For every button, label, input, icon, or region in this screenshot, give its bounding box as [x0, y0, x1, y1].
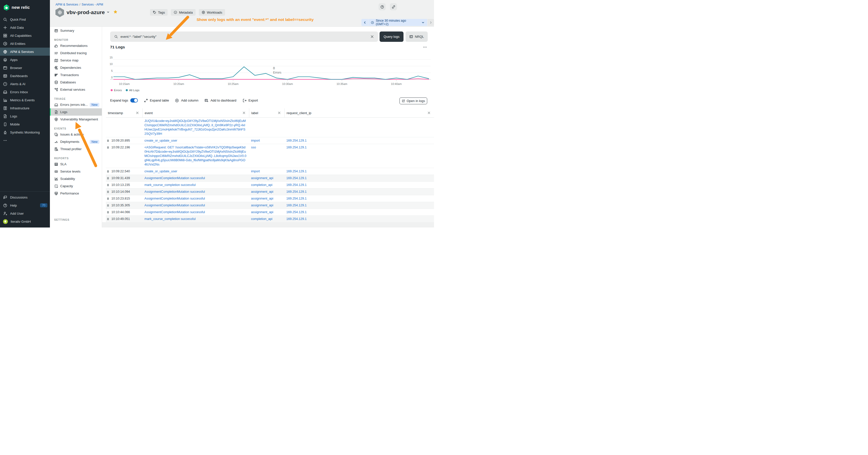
sidebar-item-apps[interactable]: Apps [0, 56, 50, 64]
sidebar-item-metrics-events[interactable]: Metrics & Events [0, 96, 50, 104]
breadcrumb-link-apm-services[interactable]: APM & Services [56, 3, 78, 6]
help-icon-button[interactable] [378, 3, 385, 10]
nav-item-sla[interactable]: SLA [50, 161, 102, 168]
request-client-ip-link[interactable]: 169.254.129.1 [286, 169, 307, 173]
log-row[interactable]: 10:09:22.196<ASGIRequest: GET '/sso/call… [106, 144, 434, 168]
sidebar-item-add-data[interactable]: Add Data [0, 24, 50, 32]
query-input-value[interactable]: event:* -"label":"security" [121, 35, 368, 38]
time-range-selector[interactable]: Since 30 minutes ago (GMT+2) [368, 19, 427, 26]
entity-dropdown-icon[interactable] [106, 10, 110, 14]
legend-item-errors[interactable]: Errors [111, 89, 122, 92]
sidebar-item-all-entities[interactable]: All Entities [0, 39, 50, 47]
log-row[interactable]: 10:09:31.439AssignmentCompletionMutation… [106, 175, 434, 182]
nav-item-deployments[interactable]: DeploymentsNew [50, 138, 102, 145]
sidebar-item-help[interactable]: Help70 [0, 201, 50, 209]
label-link[interactable]: completion_api [251, 217, 273, 221]
label-link[interactable]: import [251, 169, 260, 173]
new-relic-logo[interactable]: new relic [0, 0, 50, 11]
nav-item-thread-profiler[interactable]: Thread profiler [50, 145, 102, 153]
sidebar-item-browser[interactable]: Browser [0, 64, 50, 72]
column-header-event[interactable]: event [143, 108, 249, 118]
nav-item-summary[interactable]: Summary [50, 27, 102, 34]
sidebar-item-errors-inbox[interactable]: Errors Inbox [0, 88, 50, 96]
request-client-ip-link[interactable]: 169.254.129.1 [286, 145, 307, 149]
favorite-star-icon[interactable] [113, 9, 118, 15]
label-link[interactable]: sso [251, 145, 256, 149]
event-link[interactable]: mark_course_completion successful [145, 183, 195, 187]
request-client-ip-link[interactable]: 169.254.129.1 [286, 203, 307, 207]
event-link[interactable]: AssignmentCompletionMutation successful [145, 190, 205, 194]
log-row[interactable]: 10:10:13.235mark_course_completion succe… [106, 182, 434, 189]
event-link[interactable]: AssignmentCompletionMutation successful [145, 210, 205, 214]
add-column-button[interactable]: Add column [175, 98, 198, 102]
sidebar-item-iterativ-gmbh[interactable]: Iterativ GmbH [0, 218, 50, 226]
remove-column-icon[interactable] [243, 111, 246, 115]
nav-item-errors-errors-inb[interactable]: Errors (errors inb...New [50, 101, 102, 108]
expand-table-button[interactable]: Expand table [144, 98, 169, 102]
nav-item-service-levels[interactable]: Service levels [50, 168, 102, 175]
log-row[interactable]: JUQVU&code=eyJraWQiOiJjcGltY29yZV8wOTI1M… [106, 118, 434, 137]
remove-column-icon[interactable] [136, 111, 139, 115]
clear-query-icon[interactable] [370, 35, 374, 38]
logs-query-bar[interactable]: event:* -"label":"security" [110, 32, 378, 42]
event-link[interactable]: create_or_update_user [145, 139, 177, 142]
nav-item-distributed-tracing[interactable]: Distributed tracing [50, 50, 102, 57]
label-link[interactable]: assignment_api [251, 210, 273, 214]
sidebar-item-logs[interactable]: Logs [0, 112, 50, 120]
sidebar-item-add-user[interactable]: Add User [0, 209, 50, 218]
event-link[interactable]: mark_course_completion successful [145, 217, 195, 221]
chart-menu-icon[interactable] [423, 45, 427, 51]
nav-item-scalability[interactable]: Scalability [50, 175, 102, 183]
event-link[interactable]: AssignmentCompletionMutation successful [145, 176, 205, 180]
label-link[interactable]: assignment_api [251, 197, 273, 200]
open-in-logs-button[interactable]: Open in logs [400, 98, 427, 104]
sidebar-item-synthetic-monitoring[interactable]: Synthetic Monitoring [0, 128, 50, 136]
log-row[interactable]: 10:10:49.051mark_course_completion succe… [106, 216, 434, 223]
label-link[interactable]: import [251, 139, 260, 142]
sidebar-item-dashboards[interactable]: Dashboards [0, 72, 50, 80]
nav-item-recommendations[interactable]: Recommendations [50, 42, 102, 50]
log-row[interactable]: 10:10:14.094AssignmentCompletionMutation… [106, 189, 434, 195]
tags-button[interactable]: Tags [150, 9, 167, 15]
log-row[interactable]: 10:10:44.066AssignmentCompletionMutation… [106, 209, 434, 216]
nrql-button[interactable]: NRQL [405, 32, 428, 42]
expand-logs-toggle[interactable] [130, 98, 138, 102]
sidebar-item-all-capabilities[interactable]: All Capabilities [0, 32, 50, 39]
export-button[interactable]: Export [243, 98, 258, 102]
nav-item-vulnerability-management[interactable]: Vulnerability Management [50, 116, 102, 123]
request-client-ip-link[interactable]: 169.254.129.1 [286, 190, 307, 194]
remove-column-icon[interactable] [278, 111, 281, 115]
sidebar-item-apm-services[interactable]: APM & Services [0, 47, 50, 56]
workloads-button[interactable]: Workloads [199, 9, 225, 15]
log-row[interactable]: 10:10:35.305AssignmentCompletionMutation… [106, 202, 434, 209]
nav-item-transactions[interactable]: Transactions [50, 71, 102, 78]
request-client-ip-link[interactable]: 169.254.129.1 [286, 183, 307, 187]
label-link[interactable]: completion_api [251, 183, 273, 187]
sidebar-item-infrastructure[interactable]: Infrastructure [0, 104, 50, 112]
time-forward-button[interactable] [428, 19, 434, 26]
event-link[interactable]: <ASGIRequest: GET '/sso/callback/?state=… [145, 145, 247, 166]
legend-item-all-logs[interactable]: All Logs [126, 89, 140, 92]
event-link[interactable]: AssignmentCompletionMutation successful [145, 203, 205, 207]
request-client-ip-link[interactable]: 169.254.129.1 [286, 176, 307, 180]
column-header-request-client-ip[interactable]: request_client_ip [284, 108, 434, 118]
sidebar-item-alerts-ai[interactable]: Alerts & AI [0, 80, 50, 88]
label-link[interactable]: assignment_api [251, 203, 273, 207]
label-link[interactable]: assignment_api [251, 176, 273, 180]
nav-item-service-map[interactable]: Service map [50, 57, 102, 64]
time-back-button[interactable] [362, 19, 368, 26]
column-header-timestamp[interactable]: timestamp [106, 108, 143, 118]
event-link[interactable]: JUQVU&code=eyJraWQiOiJjcGltY29yZV8wOTI1M… [145, 119, 246, 135]
log-row[interactable]: 10:09:20.895create_or_update_userimport1… [106, 137, 434, 144]
event-link[interactable]: create_or_update_user [145, 169, 177, 173]
nav-item-external-services[interactable]: External services [50, 86, 102, 93]
request-client-ip-link[interactable]: 169.254.129.1 [286, 217, 307, 221]
nav-item-issues-activity[interactable]: Issues & activity [50, 131, 102, 138]
remove-column-icon[interactable] [428, 111, 431, 115]
nav-item-logs[interactable]: Logs [50, 108, 102, 116]
log-row[interactable]: 10:10:23.815AssignmentCompletionMutation… [106, 195, 434, 202]
nav-item-dependencies[interactable]: Dependencies [50, 64, 102, 71]
sidebar-item-mobile[interactable]: Mobile [0, 120, 50, 128]
request-client-ip-link[interactable]: 169.254.129.1 [286, 139, 307, 142]
label-link[interactable]: assignment_api [251, 190, 273, 194]
